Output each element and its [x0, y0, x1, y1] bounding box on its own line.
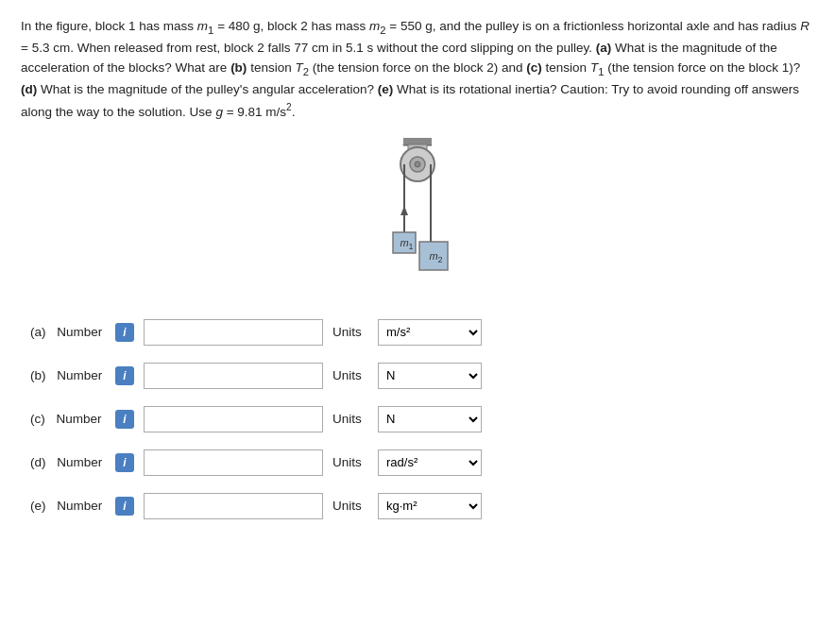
row-d-units-label: Units [332, 455, 368, 469]
row-b-info-btn[interactable]: i [115, 366, 134, 385]
row-d-info-btn[interactable]: i [115, 453, 134, 472]
row-a-letter: (a) [30, 325, 46, 339]
row-b-word: Number [57, 368, 102, 382]
row-c-info-btn[interactable]: i [115, 410, 134, 429]
row-a-number-input[interactable] [144, 319, 323, 346]
row-b-number-input[interactable] [144, 363, 323, 389]
svg-point-10 [415, 161, 420, 167]
row-e-units-select[interactable]: kg·m² N m/s² rad/s² [378, 493, 482, 519]
row-c-label: (c) Number [30, 412, 106, 426]
row-c-number-input[interactable] [144, 406, 323, 432]
row-e-letter: (e) [30, 499, 46, 513]
diagram-area: m 1 m 2 [21, 138, 814, 298]
row-d-number-input[interactable] [144, 449, 323, 476]
row-c-letter: (c) [30, 412, 45, 426]
row-c-word: Number [57, 412, 102, 426]
row-b-label: (b) Number [30, 368, 106, 382]
row-c: (c) Number i Units N m/s² rad/s² kg·m² [30, 402, 814, 436]
row-e: (e) Number i Units kg·m² N m/s² rad/s² [30, 489, 814, 523]
row-a-label: (a) Number [30, 325, 106, 339]
row-a-info-btn[interactable]: i [115, 323, 134, 342]
row-d-units-select[interactable]: rad/s² N m/s² kg·m² [378, 449, 482, 476]
row-e-word: Number [57, 499, 102, 513]
row-b: (b) Number i Units N m/s² rad/s² kg·m² [30, 359, 814, 393]
pulley-diagram: m 1 m 2 [351, 138, 484, 298]
row-e-info-btn[interactable]: i [115, 497, 134, 516]
svg-marker-12 [400, 206, 408, 215]
row-e-number-input[interactable] [144, 493, 323, 519]
problem-text: In the figure, block 1 has mass m1 = 480… [21, 17, 814, 123]
svg-text:m: m [429, 250, 437, 262]
row-d: (d) Number i Units rad/s² N m/s² kg·m² [30, 446, 814, 480]
row-a-units-select[interactable]: m/s² N rad/s² kg·m² [378, 319, 482, 346]
row-b-letter: (b) [30, 368, 46, 382]
row-b-units-label: Units [332, 368, 368, 382]
row-b-units-select[interactable]: N m/s² rad/s² kg·m² [378, 363, 482, 389]
row-d-letter: (d) [30, 455, 46, 469]
row-d-label: (d) Number [30, 455, 106, 469]
row-e-label: (e) Number [30, 499, 106, 513]
row-a: (a) Number i Units m/s² N rad/s² kg·m² [30, 315, 814, 349]
svg-text:m: m [400, 237, 408, 248]
row-d-word: Number [57, 455, 102, 469]
row-a-word: Number [57, 325, 102, 339]
row-c-units-select[interactable]: N m/s² rad/s² kg·m² [378, 406, 482, 432]
svg-text:2: 2 [437, 255, 442, 264]
answer-rows: (a) Number i Units m/s² N rad/s² kg·m² (… [21, 315, 814, 523]
svg-text:1: 1 [408, 242, 413, 251]
row-e-units-label: Units [332, 499, 368, 513]
row-a-units-label: Units [332, 325, 368, 339]
row-c-units-label: Units [332, 412, 368, 426]
